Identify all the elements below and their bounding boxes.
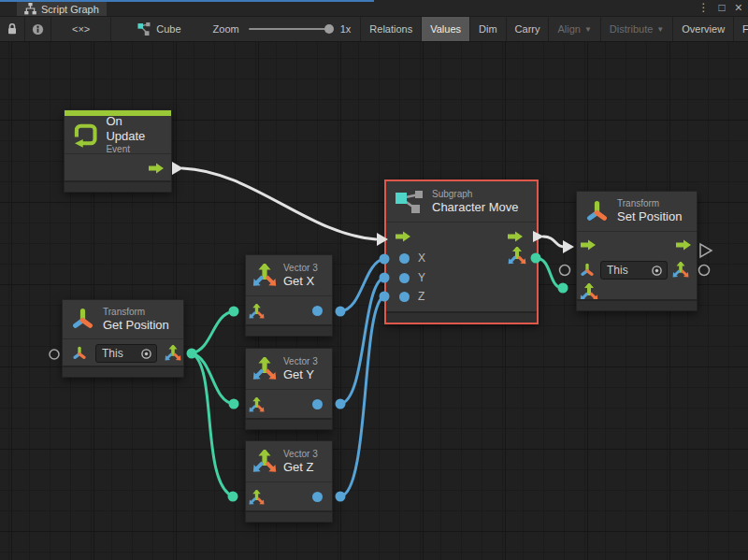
graph-context-icon	[137, 22, 151, 36]
node-subtitle: Vector 3	[283, 449, 318, 460]
node-get-position[interactable]: Transform Get Position This	[62, 299, 184, 378]
on-update-loop-icon	[73, 122, 98, 148]
close-icon[interactable]: ×	[735, 0, 742, 16]
node-title: Get X	[283, 274, 318, 289]
node-title: Get Z	[283, 460, 318, 475]
port-label-y: Y	[418, 271, 425, 284]
toolbar-button-dim[interactable]: Dim	[470, 17, 507, 41]
lock-icon	[7, 22, 18, 36]
node-subtitle: Event	[106, 144, 164, 155]
float-output-port[interactable]	[312, 399, 323, 409]
target-field[interactable]: This	[95, 344, 157, 363]
button-label: Distribute	[610, 23, 653, 35]
float-output-port[interactable]	[312, 492, 323, 502]
dropdown-arrow-icon: ▼	[656, 25, 664, 34]
edit-script-button[interactable]: <×>	[51, 17, 111, 41]
port-label-z: Z	[418, 290, 424, 303]
dropdown-arrow-icon: ▼	[584, 25, 592, 34]
vector3-output-port[interactable]	[165, 345, 181, 362]
toolbar-button-relations[interactable]: Relations	[360, 17, 422, 41]
target-field[interactable]: This	[600, 261, 668, 280]
graph-context[interactable]: Cube	[111, 17, 190, 41]
target-value: This	[607, 264, 628, 277]
button-label: Full Screen	[742, 23, 748, 35]
control-output-port[interactable]	[508, 231, 524, 242]
transform-input-port[interactable]	[580, 263, 595, 278]
context-label: Cube	[156, 23, 180, 35]
control-output-port[interactable]	[676, 239, 692, 251]
node-get-z[interactable]: Vector 3 Get Z	[245, 440, 333, 523]
input-port-z[interactable]	[399, 292, 410, 302]
toolbar-button-fullscreen[interactable]: Full Screen	[734, 17, 748, 41]
node-footer	[246, 418, 332, 429]
button-label: Align	[557, 23, 580, 35]
target-value: This	[102, 347, 123, 360]
window-controls: ⋮ □ ×	[698, 0, 742, 16]
transform-input-port[interactable]	[72, 346, 87, 361]
vector3-icon	[252, 264, 277, 288]
toolbar-button-overview[interactable]: Overview	[673, 17, 734, 41]
vector3-icon	[252, 357, 277, 381]
vector3-output-port[interactable]	[672, 262, 689, 279]
node-title: Character Move	[432, 200, 518, 215]
tab-title: Script Graph	[41, 4, 99, 15]
node-on-update[interactable]: On Update Event	[64, 109, 172, 193]
node-title: Get Y	[283, 367, 318, 382]
script-graph-window: Script Graph ⋮ □ × <×>	[0, 0, 748, 560]
graph-tab-icon	[24, 3, 36, 15]
button-label: Overview	[682, 23, 725, 35]
maximize-icon[interactable]: □	[719, 0, 726, 16]
node-footer	[577, 299, 697, 310]
button-label: Carry	[515, 23, 540, 35]
object-picker-icon[interactable]	[140, 348, 152, 360]
zoom-control: Zoom 1x	[191, 17, 361, 41]
node-title: Get Position	[103, 318, 169, 333]
input-port-x[interactable]	[399, 253, 410, 264]
button-label: Dim	[479, 23, 497, 35]
node-footer	[65, 180, 171, 192]
vector3-output-port[interactable]	[508, 247, 526, 266]
node-set-position[interactable]: Transform Set Position This	[576, 191, 698, 311]
toolbar-button-align[interactable]: Align ▼	[549, 17, 600, 41]
toolbar: <×> Cube Zoom 1x Relations Values	[0, 16, 748, 42]
info-button[interactable]	[25, 17, 51, 41]
button-label: Values	[430, 23, 461, 35]
node-get-x[interactable]: Vector 3 Get X	[245, 254, 333, 337]
input-port-y[interactable]	[399, 273, 410, 283]
node-subtitle: Transform	[617, 198, 682, 209]
node-character-move[interactable]: Subgraph Character Move X Y Z	[384, 179, 539, 324]
lock-button[interactable]	[0, 17, 25, 41]
button-label: Relations	[369, 23, 412, 35]
node-subtitle: Subgraph	[432, 189, 518, 200]
control-input-port[interactable]	[396, 231, 411, 242]
zoom-slider-handle[interactable]	[324, 24, 334, 34]
titlebar: Script Graph ⋮ □ ×	[0, 0, 748, 16]
vector3-input-port[interactable]	[249, 397, 265, 413]
toolbar-button-carry[interactable]: Carry	[507, 17, 550, 41]
tab-script-graph[interactable]: Script Graph	[17, 2, 107, 16]
code-icon: <×>	[72, 23, 90, 35]
node-subtitle: Vector 3	[283, 263, 318, 274]
object-picker-icon[interactable]	[651, 265, 663, 277]
node-get-y[interactable]: Vector 3 Get Y	[245, 348, 333, 430]
vector3-input-port[interactable]	[249, 490, 265, 506]
node-footer	[386, 311, 537, 323]
toolbar-button-values[interactable]: Values	[422, 17, 470, 41]
control-output-port[interactable]	[149, 163, 165, 174]
port-label-x: X	[418, 251, 425, 265]
vector3-icon	[252, 450, 277, 474]
subgraph-icon	[395, 190, 424, 214]
zoom-slider[interactable]	[249, 28, 331, 30]
node-footer	[246, 510, 332, 522]
float-output-port[interactable]	[312, 306, 323, 316]
vector3-input-port[interactable]	[249, 304, 265, 320]
node-title: On Update	[106, 114, 164, 144]
menu-icon[interactable]: ⋮	[698, 0, 710, 16]
zoom-label: Zoom	[213, 23, 239, 35]
control-input-port[interactable]	[581, 239, 597, 251]
toolbar-button-distribute[interactable]: Distribute ▼	[601, 17, 673, 41]
node-footer	[246, 324, 332, 336]
node-subtitle: Vector 3	[283, 356, 318, 367]
info-icon	[32, 23, 44, 36]
event-accent-bar	[65, 110, 171, 116]
